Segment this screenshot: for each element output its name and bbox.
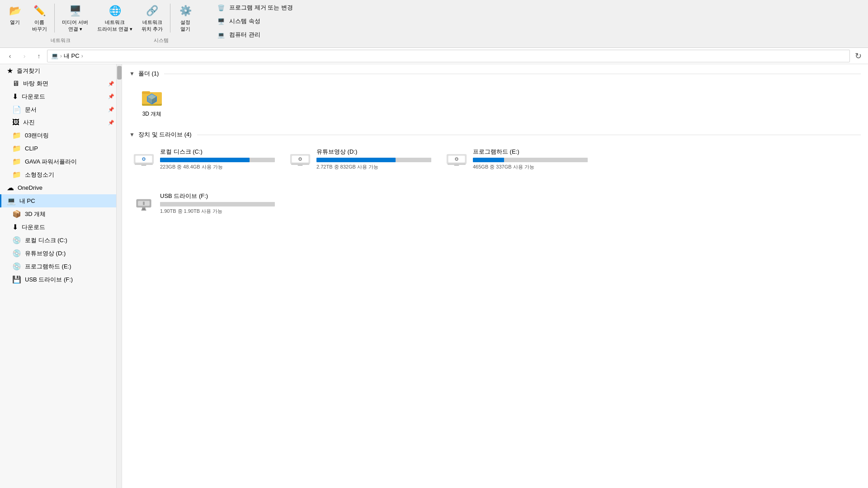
- sidebar-item-favorites[interactable]: ★ 즐겨찾기: [0, 64, 122, 77]
- documents-pin-icon: 📌: [108, 107, 114, 113]
- svg-rect-2: [142, 91, 150, 94]
- sidebar-item-mypc[interactable]: 💻 내 PC: [0, 194, 122, 207]
- drives-divider: [197, 135, 861, 135]
- up-button[interactable]: ↑: [33, 50, 45, 62]
- sidebar-item-pictures[interactable]: 🖼 사진 📌: [0, 116, 122, 129]
- local-c-icon: 💿: [12, 236, 21, 244]
- onedrive-icon: ☁: [7, 183, 14, 192]
- sidebar-item-downloads2[interactable]: ⬇ 다운로드: [0, 221, 122, 234]
- network-location-label: 네트워크위치 추가: [142, 19, 163, 33]
- mypc-icon: 💻: [7, 197, 16, 205]
- computer-mgmt-label: 컴퓨터 관리: [229, 31, 260, 39]
- drives-section-title: 장치 및 드라이브 (4): [138, 131, 192, 139]
- sidebar-item-downloads[interactable]: ⬇ 다운로드 📌: [0, 90, 122, 103]
- renders-icon: 📁: [12, 131, 21, 140]
- downloads2-icon: ⬇: [12, 223, 18, 231]
- printer-icon: 📁: [12, 170, 21, 179]
- sidebar-item-clip[interactable]: 📁 CLIP: [0, 142, 122, 155]
- sidebar-item-renders[interactable]: 📁 03랜더링: [0, 129, 122, 142]
- drive-e-icon: [446, 148, 467, 170]
- back-button[interactable]: ‹: [4, 50, 16, 62]
- computer-mgmt-menu-item[interactable]: 💻 컴퓨터 관리: [213, 29, 297, 41]
- folder-3d-objects[interactable]: 3D 개체: [129, 83, 175, 122]
- desktop-pin-icon: 📌: [108, 81, 114, 87]
- breadcrumb-pc-icon: 💻: [51, 52, 58, 59]
- sidebar-label-mypc: 내 PC: [19, 197, 35, 205]
- documents-icon: 📄: [12, 105, 21, 114]
- sidebar-item-program-e[interactable]: 💿 프로그램하드 (E:): [0, 260, 122, 273]
- sidebar-item-onedrive[interactable]: ☁ OneDrive: [0, 181, 122, 194]
- settings-icon: ⚙️: [178, 4, 193, 18]
- drive-d-name: 유튜브영상 (D:): [316, 148, 431, 156]
- drive-d[interactable]: 유튜브영상 (D:) 2.72TB 중 832GB 사용 가능: [286, 144, 435, 174]
- sidebar-label-printer: 소형정소기: [25, 171, 54, 179]
- uninstall-menu-item[interactable]: 🗑️ 프로그램 제거 또는 변경: [213, 2, 297, 14]
- sidebar-item-gava[interactable]: 📁 GAVA 파워서플라이: [0, 155, 122, 168]
- network-drive-button[interactable]: 🌐 네트워크드라이브 연결 ▾: [94, 2, 136, 34]
- breadcrumb-path[interactable]: 💻 › 내 PC ›: [47, 50, 850, 62]
- drive-d-info: 유튜브영상 (D:) 2.72TB 중 832GB 사용 가능: [316, 148, 431, 170]
- folders-toggle[interactable]: ▼: [129, 70, 135, 77]
- sidebar-label-downloads: 다운로드: [22, 93, 45, 101]
- drive-c-icon: [133, 148, 155, 170]
- system-props-menu-item[interactable]: 🖥️ 시스템 속성: [213, 15, 297, 27]
- drive-c-size: 223GB 중 48.4GB 사용 가능: [160, 164, 275, 170]
- open-button[interactable]: 📂 열기: [4, 2, 26, 28]
- settings-open-button[interactable]: ⚙️ 설정열기: [174, 2, 197, 34]
- drives-grid: 로컬 디스크 (C:) 223GB 중 48.4GB 사용 가능: [129, 144, 861, 218]
- system-props-icon: 🖥️: [217, 17, 226, 26]
- computer-mgmt-icon: 💻: [217, 30, 226, 39]
- network-drive-icon: 🌐: [108, 4, 122, 18]
- system-group-label: 시스템: [152, 37, 169, 44]
- drive-c-bar-bg: [160, 158, 275, 162]
- drives-toggle[interactable]: ▼: [129, 131, 135, 138]
- sidebar-label-favorites: 즐겨찾기: [17, 67, 40, 75]
- svg-point-11: [143, 158, 145, 160]
- toolbar-items-main: 📂 열기 ✏️ 이름바꾸기 🖥️ 미디어 서버연결 ▾ 🌐 네트워크드라이브 연…: [4, 2, 197, 34]
- pictures-icon: 🖼: [12, 118, 19, 127]
- network-group-label: 네트워크: [49, 37, 71, 44]
- breadcrumb-bar: ‹ › ↑ 💻 › 내 PC › ↻: [0, 48, 868, 64]
- youtube-d-icon: 💿: [12, 249, 21, 258]
- sidebar-item-youtube-d[interactable]: 💿 유튜브영상 (D:): [0, 247, 122, 260]
- svg-rect-18: [297, 165, 302, 166]
- drive-c[interactable]: 로컬 디스크 (C:) 223GB 중 48.4GB 사용 가능: [129, 144, 278, 174]
- sidebar-item-printer[interactable]: 📁 소형정소기: [0, 168, 122, 181]
- network-location-button[interactable]: 🔗 네트워크위치 추가: [138, 2, 166, 34]
- svg-point-17: [299, 158, 301, 160]
- sidebar: ★ 즐겨찾기 🖥 바탕 화면 📌 ⬇ 다운로드 📌 📄 문서 📌 🖼 사진 📌 …: [0, 64, 122, 488]
- drive-e-size: 465GB 중 337GB 사용 가능: [473, 164, 588, 170]
- drive-f[interactable]: USB 드라이브 (F:) 1.90TB 중 1.90TB 사용 가능: [129, 188, 278, 218]
- uninstall-icon: 🗑️: [217, 3, 226, 12]
- sidebar-item-local-c[interactable]: 💿 로컬 디스크 (C:): [0, 234, 122, 247]
- sidebar-item-desktop[interactable]: 🖥 바탕 화면 📌: [0, 77, 122, 90]
- rename-button[interactable]: ✏️ 이름바꾸기: [28, 2, 51, 34]
- folders-divider: [164, 74, 861, 74]
- sidebar-label-downloads2: 다운로드: [22, 223, 45, 231]
- system-props-label: 시스템 속성: [229, 17, 260, 25]
- svg-rect-9: [135, 163, 153, 165]
- sidebar-scrollbar-thumb[interactable]: [117, 66, 122, 80]
- folder-3d-icon: [141, 87, 163, 108]
- drive-f-icon: [133, 192, 155, 214]
- media-server-button[interactable]: 🖥️ 미디어 서버연결 ▾: [58, 2, 92, 34]
- sidebar-scrollbar[interactable]: [116, 64, 122, 488]
- forward-button[interactable]: ›: [18, 50, 31, 62]
- sidebar-label-local-c: 로컬 디스크 (C:): [25, 236, 67, 244]
- drive-e-info: 프로그램하드 (E:) 465GB 중 337GB 사용 가능: [473, 148, 588, 170]
- drive-c-info: 로컬 디스크 (C:) 223GB 중 48.4GB 사용 가능: [160, 148, 275, 170]
- sidebar-item-3d-objects[interactable]: 📦 3D 개체: [0, 207, 122, 221]
- drive-e-bar-bg: [473, 158, 588, 162]
- sidebar-item-usb-f[interactable]: 💾 USB 드라이브 (F:): [0, 273, 122, 286]
- refresh-button[interactable]: ↻: [852, 50, 864, 62]
- sidebar-label-renders: 03랜더링: [25, 131, 49, 140]
- drive-f-bar-fill: [160, 202, 161, 206]
- svg-rect-24: [454, 165, 459, 166]
- drive-d-icon: [289, 148, 311, 170]
- drive-e[interactable]: 프로그램하드 (E:) 465GB 중 337GB 사용 가능: [442, 144, 591, 174]
- breadcrumb-mypc[interactable]: 내 PC: [64, 52, 80, 60]
- media-server-label: 미디어 서버연결 ▾: [62, 19, 88, 33]
- sidebar-label-pictures: 사진: [23, 118, 35, 127]
- folders-section-title: 폴더 (1): [138, 70, 159, 78]
- sidebar-item-documents[interactable]: 📄 문서 📌: [0, 103, 122, 116]
